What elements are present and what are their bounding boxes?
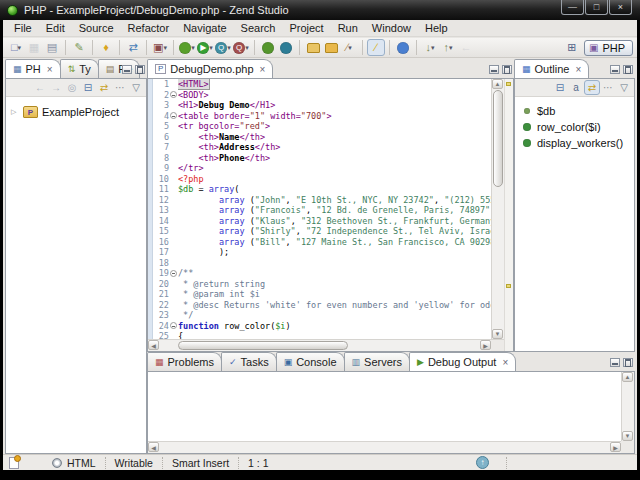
- menu-help[interactable]: Help: [418, 21, 455, 35]
- status-up-icon[interactable]: ↑: [476, 456, 489, 469]
- menu-run[interactable]: Run: [331, 21, 365, 35]
- minimize-view-icon[interactable]: [489, 65, 499, 74]
- new-php-file-icon[interactable]: ▣▾: [151, 39, 169, 56]
- run-config-icon[interactable]: [277, 39, 295, 56]
- fold-collapse-icon[interactable]: [170, 322, 177, 329]
- profile-dropdown-icon[interactable]: ▾: [227, 44, 231, 52]
- maximize-view-icon[interactable]: [623, 65, 633, 74]
- tree-item-exampleproject[interactable]: ▷ P ExampleProject: [6, 104, 146, 120]
- scroll-up-icon[interactable]: ▲: [492, 79, 503, 89]
- scroll-right-icon[interactable]: ▶: [610, 442, 621, 452]
- menu-file[interactable]: File: [7, 21, 39, 35]
- scroll-left-icon[interactable]: ◀: [148, 442, 159, 452]
- up-icon[interactable]: ◎: [64, 80, 80, 95]
- new-wizard-dropdown-icon[interactable]: ▾: [18, 44, 22, 52]
- fast-view-icon[interactable]: [9, 457, 19, 469]
- bottom-tab-tasks[interactable]: ✓Tasks: [221, 352, 277, 371]
- minimize-view-icon[interactable]: [610, 358, 620, 367]
- prev-annotation-icon[interactable]: ↑▾: [439, 39, 457, 56]
- maximize-view-icon[interactable]: [135, 65, 145, 74]
- next-annotation-dropdown-icon[interactable]: ▾: [431, 44, 435, 52]
- debug-output-body[interactable]: ▲ ▼ ◀ ▶: [147, 371, 635, 454]
- scroll-down-icon[interactable]: ▼: [622, 431, 633, 441]
- menu-search[interactable]: Search: [234, 21, 283, 35]
- mark-occurrences-icon[interactable]: ∕: [367, 39, 385, 56]
- menu-navigate[interactable]: Navigate: [176, 21, 233, 35]
- scroll-up-icon[interactable]: ▲: [622, 372, 633, 382]
- minimize-view-icon[interactable]: [610, 65, 620, 74]
- run-icon[interactable]: ▶▾: [196, 39, 214, 56]
- menu-source[interactable]: Source: [72, 21, 121, 35]
- filters-icon[interactable]: ⋯: [600, 80, 616, 95]
- close-icon[interactable]: ×: [47, 64, 53, 75]
- web-browser-icon[interactable]: [394, 39, 412, 56]
- output-hscrollbar[interactable]: ◀ ▶: [148, 441, 621, 453]
- key-icon[interactable]: ♦: [97, 39, 115, 56]
- link-with-editor-icon[interactable]: ⇄: [584, 80, 600, 95]
- forward-icon[interactable]: →: [48, 80, 64, 95]
- code-editor[interactable]: 1234567891011121314151617181920212223242…: [147, 78, 514, 352]
- editor-hscrollbar[interactable]: ◀ ▶: [148, 339, 491, 351]
- close-icon[interactable]: ×: [575, 64, 581, 75]
- sort-icon[interactable]: a: [568, 80, 584, 95]
- new-wizard-icon[interactable]: □▾: [7, 39, 25, 56]
- next-annotation-icon[interactable]: ↓▾: [421, 39, 439, 56]
- editor-vscrollbar[interactable]: ▲ ▼: [491, 79, 504, 339]
- open-project-icon[interactable]: [322, 39, 340, 56]
- outline-item-row-color-i[interactable]: row_color($i): [515, 119, 634, 135]
- minimize-view-icon[interactable]: [122, 65, 132, 74]
- bottom-tab-console[interactable]: ▣Console: [276, 352, 345, 371]
- outline-item-db[interactable]: $db: [515, 103, 634, 119]
- debug-dropdown-icon[interactable]: ▾: [191, 44, 195, 52]
- menu-project[interactable]: Project: [282, 21, 330, 35]
- search-wand-icon[interactable]: ∕▾: [340, 39, 358, 56]
- edit-file-icon[interactable]: ✎: [70, 39, 88, 56]
- close-icon[interactable]: ×: [260, 64, 266, 75]
- outline-item-display-workers[interactable]: display_workers(): [515, 135, 634, 151]
- bottom-tab-servers[interactable]: ▥Servers: [344, 352, 410, 371]
- occurrence-marker[interactable]: [506, 284, 511, 288]
- open-perspective-icon[interactable]: ⊞: [563, 39, 581, 56]
- collapse-all-icon[interactable]: ⊟: [552, 80, 568, 95]
- open-file-icon[interactable]: [304, 39, 322, 56]
- menu-edit[interactable]: Edit: [39, 21, 72, 35]
- debug-icon[interactable]: ▾: [178, 39, 196, 56]
- profile-url-icon[interactable]: Q▾: [232, 39, 250, 56]
- maximize-button[interactable]: □: [585, 0, 608, 15]
- search-wand-dropdown-icon[interactable]: ▾: [348, 44, 352, 52]
- view-menu-icon[interactable]: ▽: [616, 80, 632, 95]
- debug-config-icon[interactable]: [259, 39, 277, 56]
- close-button[interactable]: ×: [609, 0, 632, 15]
- fold-collapse-icon[interactable]: [170, 91, 177, 98]
- new-php-file-dropdown-icon[interactable]: ▾: [163, 44, 167, 52]
- overview-ruler[interactable]: [504, 79, 513, 351]
- collapse-all-icon[interactable]: ⊟: [80, 80, 96, 95]
- maximize-view-icon[interactable]: [502, 65, 512, 74]
- editor-tab-debugdemo[interactable]: P DebugDemo.php ×: [147, 59, 273, 78]
- explorer-tab-ph[interactable]: ▦PH×: [5, 59, 61, 78]
- scroll-down-icon[interactable]: ▼: [492, 329, 503, 339]
- bottom-tab-debug-output[interactable]: ▶Debug Output×: [409, 352, 516, 371]
- profile-url-dropdown-icon[interactable]: ▾: [245, 44, 249, 52]
- fold-collapse-icon[interactable]: [170, 112, 177, 119]
- view-menu-icon[interactable]: ▽: [128, 80, 144, 95]
- menu-refactor[interactable]: Refactor: [121, 21, 177, 35]
- prev-annotation-dropdown-icon[interactable]: ▾: [449, 44, 453, 52]
- scroll-left-icon[interactable]: ◀: [148, 340, 159, 350]
- close-icon[interactable]: ×: [502, 357, 508, 368]
- bottom-tab-problems[interactable]: ▦Problems: [147, 352, 222, 371]
- menu-window[interactable]: Window: [365, 21, 418, 35]
- scroll-right-icon[interactable]: ▶: [480, 340, 491, 350]
- link-with-editor-icon[interactable]: ⇄: [96, 80, 112, 95]
- outline-tab[interactable]: ▦ Outline ×: [514, 59, 589, 78]
- explorer-tab-ty[interactable]: ⇅Ty: [60, 59, 99, 78]
- sync-icon[interactable]: ⇄: [124, 39, 142, 56]
- run-dropdown-icon[interactable]: ▾: [209, 44, 213, 52]
- expand-arrow-icon[interactable]: ▷: [11, 108, 19, 116]
- profile-icon[interactable]: Q▾: [214, 39, 232, 56]
- vscroll-thumb[interactable]: [493, 90, 503, 187]
- filters-icon[interactable]: ⋯: [112, 80, 128, 95]
- last-edit-location-icon[interactable]: ←: [457, 39, 475, 56]
- print-icon[interactable]: ▤: [43, 39, 61, 56]
- php-perspective-button[interactable]: ▣ PHP: [584, 40, 633, 56]
